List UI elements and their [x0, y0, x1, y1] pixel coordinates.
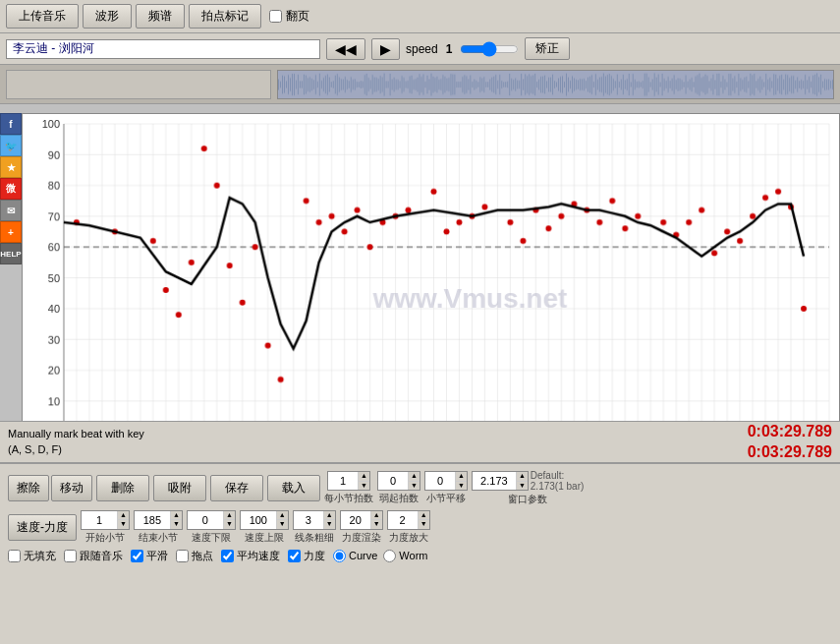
window-label: 窗口参数 [508, 493, 547, 506]
speed-lower-spinbox[interactable]: ▲ ▼ [187, 510, 236, 530]
waveform-area [0, 65, 840, 104]
mail-button[interactable]: ✉ [0, 200, 22, 221]
delete-button[interactable]: 删除 [96, 475, 149, 501]
no-fill-checkbox[interactable] [8, 550, 21, 562]
time1: 0:03:29.789 [748, 422, 832, 442]
force-smooth-down[interactable]: ▼ [371, 520, 382, 528]
bar-lines-spinbox[interactable]: ▲ ▼ [293, 510, 336, 530]
force-smooth-up[interactable]: ▲ [371, 511, 382, 520]
force-group: 力度 [288, 549, 325, 563]
bar-lines-input[interactable] [294, 511, 323, 529]
erase-button[interactable]: 擦除 [8, 475, 49, 501]
page-checkbox[interactable] [269, 10, 282, 23]
save-button[interactable]: 保存 [210, 475, 263, 501]
help-button[interactable]: HELP [0, 243, 22, 264]
default-text: Default: [531, 470, 584, 481]
plus-button[interactable]: + [0, 221, 22, 243]
song-title-input[interactable] [6, 39, 320, 59]
avg-speed-group: 平均速度 [221, 549, 280, 563]
bar-shift-up[interactable]: ▲ [456, 472, 467, 481]
force-enlarge-spinbox[interactable]: ▲ ▼ [387, 510, 430, 530]
force-enlarge-input[interactable] [388, 511, 418, 529]
waveform-button[interactable]: 波形 [83, 4, 132, 29]
end-bar-down[interactable]: ▼ [171, 520, 182, 528]
avg-speed-checkbox[interactable] [221, 550, 234, 562]
speed-lower-input[interactable] [188, 511, 223, 529]
attract-button[interactable]: 吸附 [153, 475, 206, 501]
speed-upper-input[interactable] [241, 511, 276, 529]
drag-label: 拖点 [192, 549, 213, 563]
waveform-main[interactable] [277, 70, 834, 99]
bar-shift-spinbox[interactable]: ▲ ▼ [424, 471, 468, 491]
weibo-button[interactable]: 微 [0, 178, 22, 200]
top-toolbar: 上传音乐 波形 频谱 拍点标记 翻页 [0, 0, 840, 33]
force-checkbox[interactable] [288, 550, 301, 562]
window-spinbox[interactable]: ▲ ▼ [472, 471, 529, 491]
upload-music-button[interactable]: 上传音乐 [6, 4, 79, 29]
smooth-checkbox[interactable] [131, 550, 143, 562]
start-bar-label: 开始小节 [85, 531, 125, 545]
chart-container [22, 113, 840, 462]
speed-label: speed [406, 42, 438, 56]
speed-force-button[interactable]: 速度-力度 [8, 514, 77, 541]
window-up[interactable]: ▲ [517, 472, 528, 481]
twitter-button[interactable]: 🐦 [0, 135, 22, 156]
curve-label: Curve [349, 550, 377, 561]
play-button[interactable]: ▶ [371, 38, 400, 60]
worm-radio[interactable] [383, 550, 396, 562]
window-input[interactable] [473, 472, 516, 490]
force-enlarge-down[interactable]: ▼ [419, 520, 429, 528]
start-bar-spinbox[interactable]: ▲ ▼ [81, 510, 130, 530]
start-bar-down[interactable]: ▼ [118, 520, 129, 528]
bar-shift-input[interactable] [425, 472, 455, 490]
speed-lower-down[interactable]: ▼ [224, 520, 235, 528]
end-bar-up[interactable]: ▲ [171, 511, 182, 520]
speed-upper-up[interactable]: ▲ [277, 511, 288, 520]
time2: 0:03:29.789 [748, 442, 832, 463]
force-enlarge-up[interactable]: ▲ [419, 511, 429, 520]
status-bar: Manually mark beat with key (A, S, D, F)… [0, 421, 840, 462]
drag-checkbox[interactable] [176, 550, 189, 562]
bars-per-bar-label: 每小节拍数 [324, 492, 373, 505]
accompany-checkbox[interactable] [64, 550, 77, 562]
bar-lines-down[interactable]: ▼ [324, 520, 335, 528]
beat-mark-button[interactable]: 拍点标记 [189, 4, 261, 29]
force-smooth-input[interactable] [341, 511, 370, 529]
end-bar-input[interactable] [135, 511, 170, 529]
speed-upper-spinbox[interactable]: ▲ ▼ [240, 510, 289, 530]
force-smooth-label: 力度渲染 [342, 531, 381, 545]
no-fill-label: 无填充 [24, 549, 56, 563]
beat-start-down[interactable]: ▼ [409, 482, 420, 490]
frequency-button[interactable]: 频谱 [136, 4, 185, 29]
beat-start-up[interactable]: ▲ [409, 472, 420, 481]
move-button[interactable]: 移动 [51, 475, 92, 501]
beat-start-input[interactable] [378, 472, 408, 490]
avg-speed-label: 平均速度 [237, 549, 280, 563]
star-button[interactable]: ★ [0, 156, 22, 178]
prev-button[interactable]: ◀◀ [326, 38, 365, 60]
force-smooth-spinbox[interactable]: ▲ ▼ [340, 510, 383, 530]
window-down[interactable]: ▼ [517, 482, 528, 490]
speed-upper-down[interactable]: ▼ [277, 520, 288, 528]
bar-shift-down[interactable]: ▼ [456, 482, 467, 490]
curve-radio[interactable] [333, 550, 346, 562]
bar-shift-label: 小节平移 [426, 492, 466, 505]
waveform-placeholder [6, 70, 271, 99]
facebook-button[interactable]: f [0, 113, 22, 135]
start-bar-input[interactable] [82, 511, 117, 529]
bars-per-bar-spinbox[interactable]: ▲ ▼ [327, 471, 370, 491]
bars-per-bar-input[interactable] [328, 472, 358, 490]
bar-lines-up[interactable]: ▲ [324, 511, 335, 520]
start-bar-up[interactable]: ▲ [118, 511, 129, 520]
speed-lower-up[interactable]: ▲ [224, 511, 235, 520]
default-val: 2.173(1 bar) [531, 481, 584, 492]
bars-per-bar-up[interactable]: ▲ [359, 472, 369, 481]
smooth-group: 平滑 [131, 549, 168, 563]
smooth-label: 平滑 [146, 549, 168, 563]
speed-slider[interactable] [460, 41, 519, 57]
beat-start-spinbox[interactable]: ▲ ▼ [377, 471, 420, 491]
set-button[interactable]: 矫正 [525, 37, 570, 60]
bars-per-bar-down[interactable]: ▼ [359, 482, 369, 490]
end-bar-spinbox[interactable]: ▲ ▼ [134, 510, 183, 530]
import-button[interactable]: 载入 [267, 475, 320, 501]
